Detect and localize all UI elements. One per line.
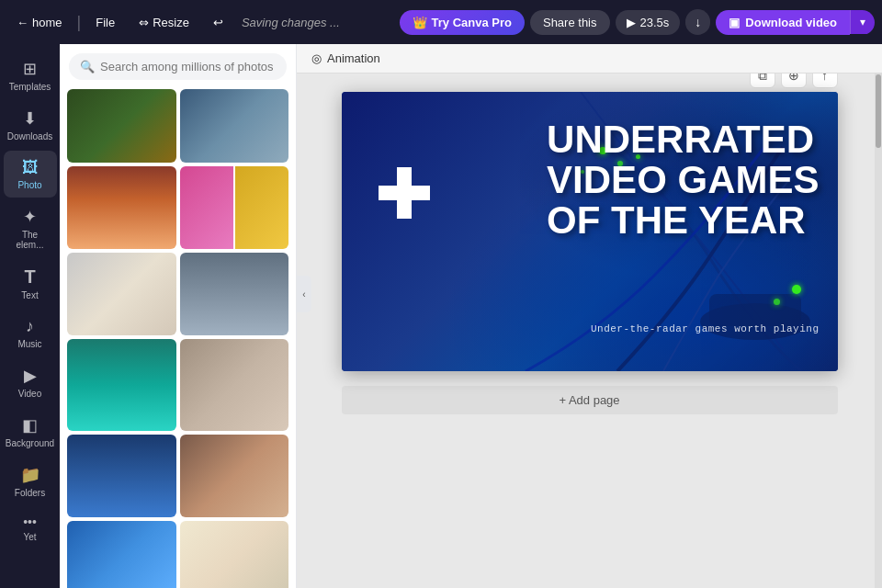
panel-toggle[interactable]: ‹ xyxy=(297,276,311,312)
yet-icon: ••• xyxy=(23,514,37,529)
crown-icon: 👑 xyxy=(413,16,427,29)
sidebar-item-background[interactable]: ◧ Background xyxy=(4,408,57,456)
download-video-button[interactable]: ▣ Download video ▾ xyxy=(716,10,875,35)
scrollbar-thumb xyxy=(876,74,881,148)
photo-panel: 🔍 xyxy=(60,44,297,588)
slide-plus-icon xyxy=(377,165,432,220)
play-icon: ▶ xyxy=(627,16,636,29)
svg-rect-3 xyxy=(379,186,430,200)
green-dot-5 xyxy=(774,299,780,305)
canvas-toolbar: ◎ Animation xyxy=(297,44,882,74)
resize-label: Resize xyxy=(153,16,189,29)
file-label: File xyxy=(96,16,115,29)
canvas-area: ◎ Animation ⧉ ⊕ ↑ xyxy=(297,44,882,588)
duplicate-icon: ⧉ xyxy=(758,74,767,84)
sidebar-label-text: Text xyxy=(21,290,38,300)
copy-icon: ⊕ xyxy=(788,74,799,83)
try-canva-button[interactable]: 👑 Try Canva Pro xyxy=(400,10,525,35)
photo-item-7[interactable] xyxy=(67,339,176,431)
slide-title: UNDERRATED VIDEO GAMES OF THE YEAR xyxy=(547,119,819,241)
green-dot-4 xyxy=(792,285,801,294)
home-label: home xyxy=(32,16,62,29)
sidebar-item-templates[interactable]: ⊞ Templates xyxy=(4,51,57,99)
photo-item-8[interactable] xyxy=(180,339,289,431)
text-icon: T xyxy=(24,266,35,288)
search-input[interactable] xyxy=(100,60,276,74)
templates-icon: ⊞ xyxy=(23,59,37,79)
home-icon: ← xyxy=(17,16,28,29)
undo-icon: ↩ xyxy=(213,16,223,29)
sidebar-item-folders[interactable]: 📁 Folders xyxy=(4,458,57,505)
add-page-label: + Add page xyxy=(559,393,619,407)
sidebar-item-video[interactable]: ▶ Video xyxy=(4,358,57,406)
resize-button[interactable]: ⇔ Resize xyxy=(130,11,198,34)
resize-icon: ⇔ xyxy=(139,16,149,29)
photo-grid xyxy=(60,89,296,588)
folders-icon: 📁 xyxy=(20,465,40,485)
download-video-label: Download video xyxy=(745,16,837,29)
photo-item-12[interactable] xyxy=(180,521,289,588)
undo-button[interactable]: ↩ xyxy=(204,11,232,34)
chevron-down-icon: ▾ xyxy=(860,16,865,28)
sidebar-label-music: Music xyxy=(17,339,41,349)
sidebar-label-background: Background xyxy=(6,438,54,448)
elements-icon: ✦ xyxy=(23,207,37,227)
sidebar-item-elements[interactable]: ✦ The elem... xyxy=(4,199,57,257)
add-page-section: + Add page xyxy=(342,386,838,414)
photo-item-1[interactable] xyxy=(67,89,176,163)
photo-item-3[interactable] xyxy=(67,166,176,249)
collapse-icon: ‹ xyxy=(302,289,305,300)
share-button[interactable]: Share this xyxy=(530,10,610,35)
sidebar-item-photo[interactable]: 🖼 Photo xyxy=(4,151,57,198)
nav-divider: | xyxy=(77,13,82,32)
slide-subtitle: Under-the-radar games worth playing xyxy=(591,323,820,334)
sidebar-label-downloads: Downloads xyxy=(7,131,52,141)
photo-item-11[interactable] xyxy=(67,521,176,588)
photo-icon: 🖼 xyxy=(22,158,39,177)
download-icon: ↓ xyxy=(695,15,701,29)
sidebar-item-text[interactable]: T Text xyxy=(4,259,57,308)
search-icon: 🔍 xyxy=(80,60,95,74)
sidebar-item-yet[interactable]: ••• Yet xyxy=(4,507,57,549)
file-button[interactable]: File xyxy=(86,11,124,34)
photo-item-6[interactable] xyxy=(180,253,289,335)
music-icon: ♪ xyxy=(26,317,34,336)
sidebar-label-templates: Templates xyxy=(9,82,51,92)
sidebar-label-video: Video xyxy=(18,389,41,399)
home-button[interactable]: ← home xyxy=(7,11,72,34)
share-canvas-icon: ↑ xyxy=(821,74,828,83)
duration-value: 23.5s xyxy=(640,16,670,29)
photo-item-4[interactable] xyxy=(180,166,289,249)
animation-icon: ◎ xyxy=(311,51,322,65)
sidebar-item-music[interactable]: ♪ Music xyxy=(4,310,57,356)
download-icon-button[interactable]: ↓ xyxy=(685,9,710,35)
canvas-wrapper: ⧉ ⊕ ↑ xyxy=(342,92,838,414)
download-video-caret[interactable]: ▾ xyxy=(850,10,875,34)
left-sidebar: ⊞ Templates ⬇ Downloads 🖼 Photo ✦ The el… xyxy=(0,44,60,588)
animation-tab[interactable]: ◎ Animation xyxy=(311,51,380,65)
background-icon: ◧ xyxy=(22,415,38,435)
copy-button[interactable]: ⊕ xyxy=(781,74,807,88)
duplicate-button[interactable]: ⧉ xyxy=(750,74,775,88)
add-page-button[interactable]: + Add page xyxy=(342,386,838,414)
download-video-main[interactable]: ▣ Download video xyxy=(716,10,850,35)
top-bar: ← home | File ⇔ Resize ↩ Saving changes … xyxy=(0,0,882,44)
share-label: Share this xyxy=(543,16,597,29)
downloads-icon: ⬇ xyxy=(23,108,37,129)
duration-button[interactable]: ▶ 23.5s xyxy=(616,10,681,35)
animation-label: Animation xyxy=(327,51,380,65)
share-canvas-button[interactable]: ↑ xyxy=(812,74,838,88)
photo-item-10[interactable] xyxy=(180,435,289,517)
panel-search: 🔍 xyxy=(60,44,296,89)
canvas-actions: ⧉ ⊕ ↑ xyxy=(750,74,838,88)
sidebar-label-photo: Photo xyxy=(17,180,41,190)
canvas-scrollbar[interactable] xyxy=(875,74,882,588)
photo-item-9[interactable] xyxy=(67,435,176,517)
photo-item-2[interactable] xyxy=(180,89,289,163)
slide-title-line3: OF THE YEAR xyxy=(547,200,819,241)
sidebar-label-yet: Yet xyxy=(23,532,36,542)
photo-item-5[interactable] xyxy=(67,253,176,335)
sidebar-item-downloads[interactable]: ⬇ Downloads xyxy=(4,101,57,149)
search-box: 🔍 xyxy=(69,53,287,80)
slide-canvas[interactable]: UNDERRATED VIDEO GAMES OF THE YEAR Under… xyxy=(342,92,838,371)
